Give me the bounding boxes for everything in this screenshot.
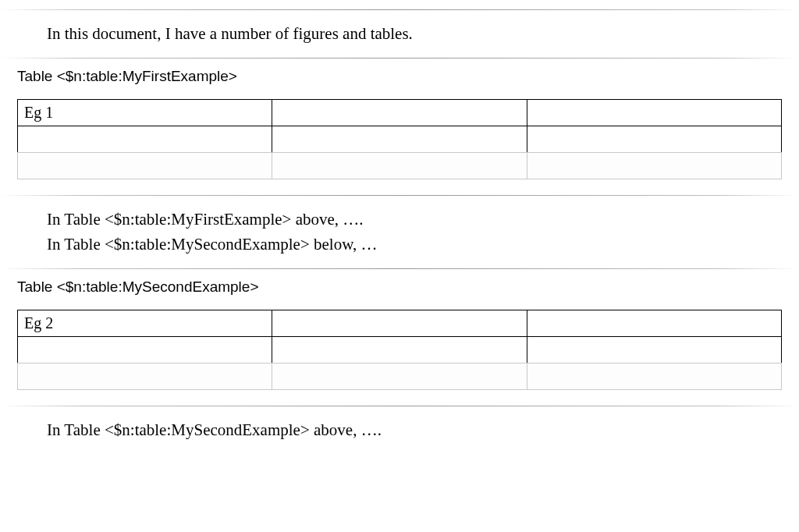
- intro-paragraph: In this document, I have a number of fig…: [0, 10, 799, 58]
- table2: Eg 2: [17, 310, 782, 390]
- mid-paragraph: In Table <$n:table:MyFirstExample> above…: [0, 196, 799, 268]
- table2-container: Eg 2: [0, 296, 799, 406]
- table-cell: [527, 363, 781, 389]
- table-cell: [527, 126, 781, 152]
- table-row: Eg 1: [18, 99, 782, 126]
- table-cell: [272, 152, 527, 179]
- table-cell: [527, 99, 781, 126]
- table-cell: [272, 310, 527, 336]
- table-cell: [18, 152, 272, 179]
- table-row: Eg 2: [18, 310, 782, 336]
- mid-text-line1: In Table <$n:table:MyFirstExample> above…: [47, 207, 799, 232]
- table2-caption: Table <$n:table:MySecondExample>: [0, 269, 799, 296]
- outro-text: In Table <$n:table:MySecondExample> abov…: [47, 417, 799, 443]
- table-cell: [18, 336, 272, 363]
- table-cell: [527, 336, 781, 363]
- table1-container: Eg 1: [0, 85, 799, 195]
- table-cell: [272, 363, 527, 389]
- table-cell: [527, 152, 781, 179]
- table1: Eg 1: [17, 99, 782, 179]
- table-cell: [272, 99, 527, 126]
- table-cell: [272, 126, 527, 152]
- mid-text-line2: In Table <$n:table:MySecondExample> belo…: [47, 232, 799, 257]
- outro-paragraph: In Table <$n:table:MySecondExample> abov…: [0, 406, 799, 454]
- table-cell: Eg 2: [18, 310, 272, 336]
- table-cell: [18, 363, 272, 389]
- table-cell: [527, 310, 781, 336]
- table-cell: [272, 336, 527, 363]
- table-row: [18, 336, 782, 363]
- table-cell: [18, 126, 272, 152]
- table-row: [18, 363, 782, 389]
- table-row: [18, 126, 782, 152]
- table-cell: Eg 1: [18, 99, 272, 126]
- intro-text: In this document, I have a number of fig…: [47, 21, 799, 47]
- table-row: [18, 152, 782, 179]
- table1-caption: Table <$n:table:MyFirstExample>: [0, 59, 799, 85]
